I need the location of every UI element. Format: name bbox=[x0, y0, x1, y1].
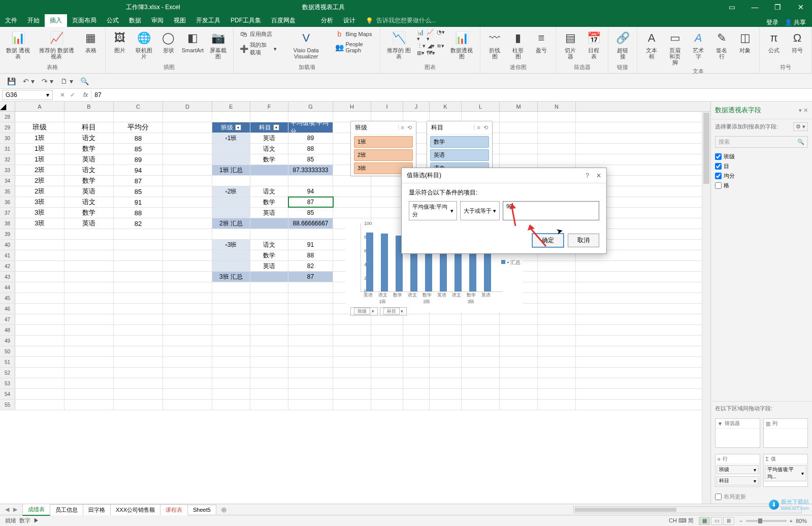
tab-home[interactable]: 开始 bbox=[22, 14, 45, 27]
col-header[interactable]: M bbox=[500, 102, 538, 111]
row-header[interactable]: 33 bbox=[0, 165, 15, 175]
enter-formula-icon[interactable]: ✓ bbox=[70, 91, 75, 98]
normal-view-icon[interactable]: ▦ bbox=[699, 517, 710, 525]
chart-field-button[interactable]: 班级 ▾ bbox=[350, 307, 378, 316]
area-item[interactable]: 平均值项:平均...▾ bbox=[765, 465, 807, 481]
field-list-close-icon[interactable]: ▾ ✕ bbox=[799, 107, 808, 114]
sheet-tab[interactable]: 田字格 bbox=[83, 504, 111, 515]
signature-button[interactable]: ✎签名行 bbox=[711, 29, 732, 60]
row-header[interactable]: 52 bbox=[0, 368, 15, 378]
row-header[interactable]: 28 bbox=[0, 112, 15, 122]
sparkline-column-button[interactable]: ▮柱形图 bbox=[508, 29, 528, 60]
slicer-item[interactable]: 英语 bbox=[430, 149, 489, 161]
slicer-button[interactable]: ▤切片器 bbox=[560, 29, 580, 60]
header-footer-button[interactable]: ▭页眉和页脚 bbox=[665, 29, 685, 67]
bing-maps-button[interactable]: bBing Maps bbox=[333, 29, 375, 39]
pictures-button[interactable]: 🖼图片 bbox=[110, 29, 130, 54]
area-item[interactable]: 科目▾ bbox=[717, 476, 759, 485]
tab-view[interactable]: 视图 bbox=[169, 14, 191, 27]
sparkline-line-button[interactable]: 〰折线图 bbox=[484, 29, 505, 60]
select-all-corner[interactable]: ◢ bbox=[0, 102, 15, 111]
worksheet-grid[interactable]: ◢ A B C D E F G H I J K L M N 2829班级科目平均… bbox=[0, 102, 710, 504]
tab-analyze[interactable]: 分析 bbox=[316, 14, 338, 27]
chart-field-button[interactable]: 科目 ▾ bbox=[380, 307, 407, 316]
filters-area[interactable]: ▼ 筛选器 bbox=[715, 418, 760, 448]
rows-area[interactable]: ≡ 行 班级▾ 科目▾ bbox=[715, 454, 760, 487]
row-header[interactable]: 50 bbox=[0, 346, 15, 356]
tab-insert[interactable]: 插入 bbox=[45, 14, 67, 27]
row-header[interactable]: 54 bbox=[0, 389, 15, 399]
tab-layout[interactable]: 页面布局 bbox=[67, 14, 102, 27]
name-box[interactable]: G36▾ bbox=[2, 90, 53, 100]
col-header[interactable]: G bbox=[288, 102, 333, 111]
zoom-in-icon[interactable]: + bbox=[790, 518, 793, 524]
recommended-charts-button[interactable]: 📉推荐的 图表 bbox=[384, 29, 414, 60]
row-header[interactable]: 47 bbox=[0, 314, 15, 324]
col-header[interactable]: J bbox=[403, 102, 430, 111]
sheet-tab[interactable]: 成绩表 bbox=[22, 504, 50, 516]
sheet-nav-prev-icon[interactable]: ◀ bbox=[5, 506, 9, 513]
sheet-tab[interactable]: 课程表 bbox=[160, 504, 188, 515]
symbol-button[interactable]: Ω符号 bbox=[787, 29, 807, 54]
row-header[interactable]: 48 bbox=[0, 325, 15, 335]
clear-filter-icon[interactable]: ⟲ bbox=[483, 124, 488, 131]
defer-layout-checkbox[interactable] bbox=[715, 494, 722, 500]
row-header[interactable]: 55 bbox=[0, 400, 15, 410]
field-checkbox[interactable] bbox=[715, 182, 722, 189]
minimize-icon[interactable]: — bbox=[743, 0, 766, 14]
sheet-tab[interactable]: Sheet5 bbox=[187, 505, 216, 514]
page-layout-icon[interactable]: ▭ bbox=[711, 517, 722, 525]
row-header[interactable]: 40 bbox=[0, 240, 15, 250]
col-header[interactable]: K bbox=[430, 102, 462, 111]
tab-dev[interactable]: 开发工具 bbox=[191, 14, 225, 27]
online-pictures-button[interactable]: 🌐联机图片 bbox=[133, 29, 155, 60]
col-header[interactable]: N bbox=[538, 102, 576, 111]
row-header[interactable]: 41 bbox=[0, 250, 15, 260]
col-header[interactable]: I bbox=[371, 102, 403, 111]
my-addins-button[interactable]: ➕我的加载项 ▾ bbox=[238, 40, 279, 57]
sheet-tab[interactable]: XXX公司销售额 bbox=[110, 504, 160, 515]
tell-me-input[interactable]: 💡告诉我您想要做什么... bbox=[361, 14, 766, 27]
zoom-slider[interactable] bbox=[746, 520, 787, 522]
col-header[interactable]: L bbox=[462, 102, 500, 111]
help-icon[interactable]: ? bbox=[586, 172, 589, 179]
field-search-input[interactable]: 搜索🔍 bbox=[715, 136, 808, 148]
bar-chart-icon[interactable]: 📊▾ bbox=[417, 29, 425, 42]
ime-indicator[interactable]: CH ⌨ 简 bbox=[669, 517, 694, 524]
cancel-formula-icon[interactable]: ✕ bbox=[60, 91, 65, 98]
save-icon[interactable]: 💾 bbox=[7, 77, 16, 85]
field-checkbox[interactable] bbox=[715, 153, 722, 160]
close-icon[interactable]: ✕ bbox=[789, 0, 812, 14]
timeline-button[interactable]: 📅日程表 bbox=[583, 29, 604, 60]
cancel-button[interactable]: 取消 bbox=[568, 234, 599, 247]
row-header[interactable]: 42 bbox=[0, 261, 15, 271]
field-checkbox[interactable] bbox=[715, 163, 722, 170]
row-header[interactable]: 29 bbox=[0, 122, 15, 133]
add-sheet-icon[interactable]: ⊕ bbox=[216, 506, 232, 514]
row-header[interactable]: 34 bbox=[0, 176, 15, 186]
tab-pdf[interactable]: PDF工具集 bbox=[225, 14, 266, 27]
visio-button[interactable]: VVisio Data Visualizer bbox=[282, 29, 330, 60]
fx-icon[interactable]: fx bbox=[80, 91, 91, 98]
col-header[interactable]: E bbox=[212, 102, 250, 111]
sheet-tab[interactable]: 员工信息 bbox=[50, 504, 83, 515]
hyperlink-button[interactable]: 🔗超链接 bbox=[612, 29, 633, 60]
row-header[interactable]: 32 bbox=[0, 154, 15, 165]
pivot-chart-button[interactable]: 📊数据透视图 bbox=[448, 29, 476, 60]
tab-design[interactable]: 设计 bbox=[338, 14, 361, 27]
slicer-item[interactable]: 1班 bbox=[354, 136, 413, 148]
row-header[interactable]: 30 bbox=[0, 133, 15, 143]
values-area[interactable]: Σ 值 平均值项:平均...▾ bbox=[763, 454, 808, 487]
share-button[interactable]: 👤 共享 bbox=[785, 18, 806, 27]
clear-filter-icon[interactable]: ⟲ bbox=[407, 124, 412, 131]
row-header[interactable]: 36 bbox=[0, 197, 15, 207]
row-header[interactable]: 46 bbox=[0, 304, 15, 314]
table-button[interactable]: ▦表格 bbox=[81, 29, 101, 54]
col-header[interactable]: A bbox=[15, 102, 64, 111]
print-preview-icon[interactable]: 🔍 bbox=[80, 77, 89, 85]
new-icon[interactable]: 🗋 ▾ bbox=[60, 77, 73, 85]
col-header[interactable]: H bbox=[333, 102, 371, 111]
row-header[interactable]: 49 bbox=[0, 336, 15, 346]
restore-icon[interactable]: ❐ bbox=[766, 0, 789, 14]
chart-bar[interactable] bbox=[366, 233, 373, 291]
